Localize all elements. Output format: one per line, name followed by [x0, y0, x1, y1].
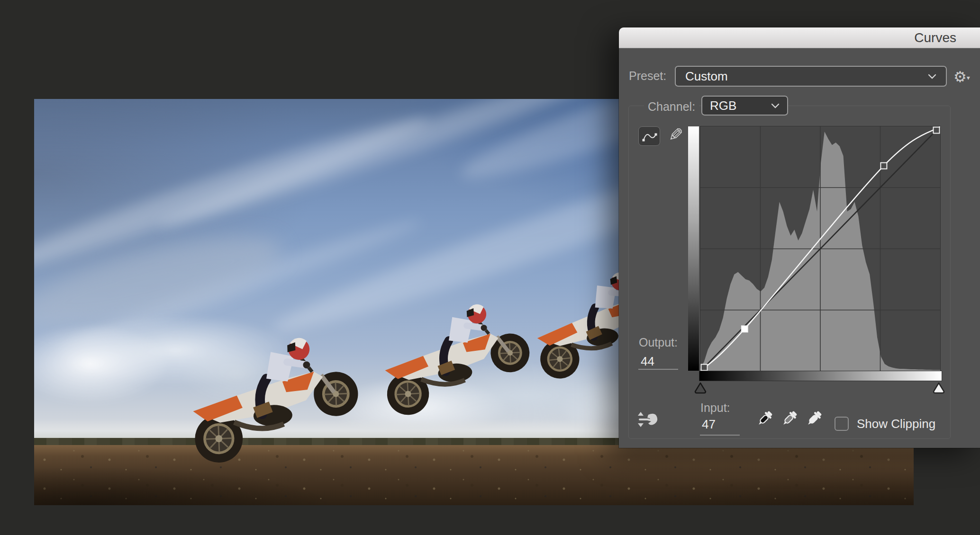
curve-point[interactable] [880, 163, 887, 169]
targeted-adjustment-tool-button[interactable] [637, 411, 660, 428]
white-point-slider[interactable] [932, 382, 946, 394]
curve-point[interactable] [934, 127, 940, 134]
preset-value: Custom [685, 69, 728, 84]
pencil-icon: ✎ [668, 125, 683, 145]
motocross-rider-2 [374, 295, 543, 420]
motocross-rider-1 [181, 329, 372, 468]
curve-tool-icon [641, 130, 658, 143]
curve-point-selected[interactable] [742, 326, 748, 332]
channel-label: Channel: [644, 99, 699, 114]
show-clipping-label: Show Clipping [857, 416, 935, 432]
caret-down-icon: ▾ [967, 74, 970, 81]
curve-plot-svg [700, 126, 940, 371]
screen: { "background_color": "#2a2a28", "photo"… [0, 0, 980, 535]
output-field-underline [638, 369, 678, 370]
input-value-field[interactable]: 47 [702, 417, 716, 431]
curve-plot[interactable] [700, 126, 941, 372]
panel-menu-button[interactable]: ⚙▾ [953, 70, 970, 85]
panel-title: Curves [619, 27, 980, 48]
chevron-down-icon [928, 74, 936, 79]
ground-shading [34, 445, 914, 505]
channel-dropdown[interactable]: RGB [701, 96, 788, 116]
gray-point-eyedropper-icon[interactable] [780, 409, 799, 429]
channel-value: RGB [710, 98, 736, 113]
input-gradient-ramp [699, 371, 942, 381]
black-point-eyedropper-icon[interactable] [755, 409, 774, 429]
preset-label: Preset: [629, 69, 666, 83]
pencil-tool-button[interactable]: ✎ [664, 125, 683, 145]
output-label: Output: [639, 335, 678, 349]
preset-dropdown[interactable]: Custom [675, 66, 947, 87]
input-field-underline [700, 435, 740, 436]
black-point-slider[interactable] [693, 382, 708, 394]
gear-icon: ⚙ [953, 69, 967, 85]
hand-with-arrows-icon [638, 412, 657, 427]
output-value-field[interactable]: 44 [641, 354, 654, 368]
white-point-eyedropper-icon[interactable] [804, 409, 823, 429]
curve-point[interactable] [701, 365, 708, 371]
point-curve-tool-button[interactable] [638, 126, 660, 146]
curves-panel: Curves Preset: Custom ⚙▾ Channel: RGB ✎ … [619, 27, 980, 448]
chevron-down-icon [771, 103, 780, 108]
output-gradient-ramp [688, 126, 699, 371]
input-label: Input: [700, 401, 730, 415]
show-clipping-checkbox[interactable] [835, 417, 849, 431]
